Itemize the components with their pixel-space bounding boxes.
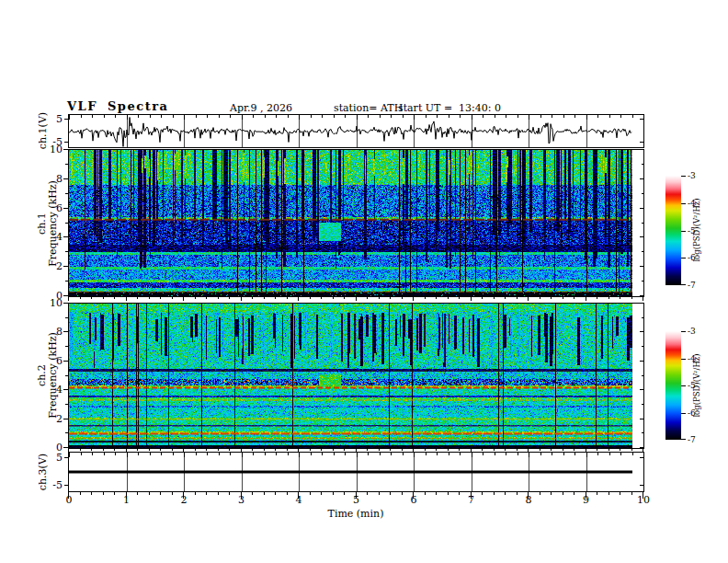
- header-station: station= ATH: [334, 102, 403, 114]
- x-tick-label: 2: [181, 495, 188, 505]
- x-tick-label: 3: [238, 495, 245, 505]
- colorbar-tick-label: -3: [688, 172, 696, 180]
- ch1-waveform-panel: [68, 114, 644, 148]
- ch2-colorbar: [665, 331, 681, 440]
- ch3-waveform-panel: [68, 452, 644, 492]
- freq-tick-label: 4: [37, 385, 63, 395]
- ch1-waveform-canvas: [69, 115, 643, 147]
- colorbar-tick-label: -6: [688, 409, 696, 418]
- colorbar-tick-label: -3: [688, 327, 696, 336]
- freq-tick-label: 10: [37, 298, 63, 308]
- freq-tick-label: 2: [37, 261, 63, 271]
- header-date: Apr.9 , 2026: [230, 102, 292, 114]
- vlf-spectra-figure: VLF Spectra Apr.9 , 2026 station= ATH st…: [0, 0, 728, 563]
- volt-tick-label: 5: [37, 114, 63, 124]
- header-start-ut: start UT = 13:40: 0: [398, 102, 501, 114]
- freq-tick-label: 8: [37, 174, 63, 184]
- colorbar-tick-label: -4: [688, 200, 696, 208]
- volt-tick-label: 5: [37, 453, 63, 463]
- ch2-frequency-axis-label: ch.2 Frequency (kHz): [37, 332, 59, 419]
- ch2-spectrogram-canvas: [69, 304, 643, 448]
- colorbar-tick-label: -6: [688, 254, 696, 262]
- volt-tick-label: -5: [37, 480, 63, 490]
- ch1-frequency-axis-label: ch.1 Frequency (kHz): [37, 180, 59, 267]
- time-axis-label: Time (min): [328, 508, 384, 520]
- colorbar-tick-label: -4: [688, 355, 696, 363]
- volt-tick-label: -5: [37, 137, 63, 147]
- colorbar-tick-label: -7: [688, 436, 696, 444]
- x-tick-label: 9: [583, 495, 589, 505]
- freq-tick-label: 4: [37, 232, 63, 242]
- x-tick-label: 6: [411, 495, 417, 505]
- ch3-waveform-canvas: [69, 453, 643, 491]
- freq-tick-label: 6: [37, 203, 63, 213]
- colorbar-tick-label: -5: [688, 227, 696, 236]
- x-tick-label: 4: [296, 495, 302, 505]
- ch1-colorbar: [665, 176, 681, 285]
- freq-tick-label: 6: [37, 356, 63, 366]
- x-tick-label: 0: [66, 495, 73, 505]
- x-tick-label: 7: [468, 495, 474, 505]
- plot-title: VLF Spectra: [67, 99, 168, 113]
- ch2-spectrogram-panel: [68, 303, 644, 449]
- x-tick-label: 8: [526, 495, 532, 505]
- ch1-spectrogram-canvas: [69, 150, 643, 296]
- colorbar-tick-label: -7: [688, 282, 696, 290]
- freq-tick-label: 8: [37, 327, 63, 337]
- x-tick-label: 1: [123, 495, 130, 505]
- ch1-spectrogram-panel: [68, 149, 644, 297]
- x-tick-label: 5: [353, 495, 359, 505]
- freq-tick-label: 2: [37, 414, 63, 424]
- colorbar-tick-label: -5: [688, 382, 696, 390]
- x-tick-label: 10: [637, 495, 650, 505]
